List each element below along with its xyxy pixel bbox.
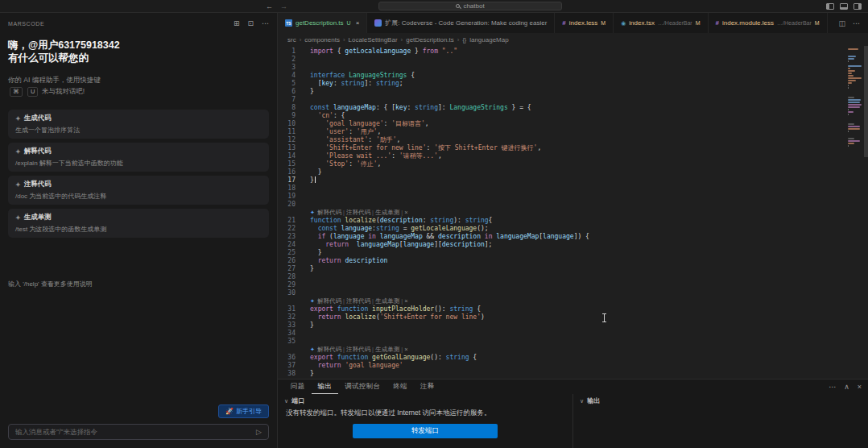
prompt-card[interactable]: ✦注释代码/doc 为当前选中的代码生成注释 [8, 176, 269, 205]
codelens-dismiss-icon[interactable]: × [404, 209, 407, 216]
toggle-secondary-sidebar-icon[interactable] [854, 3, 862, 10]
codelens-action[interactable]: 注释代码 [346, 297, 370, 305]
command-center[interactable]: chatbot [378, 2, 562, 10]
minimap[interactable] [848, 48, 862, 147]
code-line[interactable]: 31export function inputPlaceHolder(): st… [278, 305, 845, 313]
codelens-action[interactable]: 生成单测 [375, 346, 399, 353]
code-line[interactable]: 7 [278, 96, 845, 104]
code-line[interactable]: 17} [278, 176, 845, 185]
toggle-sidebar-icon[interactable] [826, 3, 834, 10]
breadcrumb-item[interactable]: languageMap [469, 36, 508, 44]
code-line[interactable]: 14 'Please wait ...': '请稍等...', [278, 152, 845, 160]
search-icon [456, 4, 460, 8]
codelens-action[interactable]: 生成单测 [375, 209, 399, 216]
codelens-action[interactable]: 注释代码 [346, 346, 370, 353]
line-number: 20 [278, 201, 305, 209]
codelens-action[interactable]: 解释代码 [317, 209, 341, 216]
code-line[interactable]: 24 return languageMap[language][descript… [278, 241, 845, 249]
code-line[interactable]: 19 [278, 193, 845, 201]
code-line[interactable]: 27} [278, 265, 845, 273]
code-line[interactable]: 3 [278, 64, 845, 72]
panel-tab[interactable]: 注释 [414, 380, 441, 394]
code-line[interactable]: 34 [278, 330, 845, 338]
prompt-card[interactable]: ✦解释代码/explain 解释一下当前选中函数的功能 [8, 143, 269, 172]
panel-close-icon[interactable]: × [858, 383, 862, 391]
close-icon[interactable]: × [356, 19, 360, 27]
back-icon[interactable]: ← [266, 2, 273, 10]
output-section-header[interactable]: ∨ 输出 [573, 394, 868, 407]
panel-more-icon[interactable]: ⋯ [829, 383, 836, 391]
code-line[interactable]: 36export function getGoalLanguage(): str… [278, 354, 845, 362]
forward-icon[interactable]: → [280, 2, 287, 10]
panel-maximize-icon[interactable]: ∧ [844, 383, 849, 391]
code-line[interactable]: 11 'user': '用户', [278, 128, 845, 136]
codelens-action[interactable]: 解释代码 [317, 346, 341, 353]
code-line[interactable]: 4interface LanguageStrings { [278, 72, 845, 80]
panel-tab[interactable]: 调试控制台 [338, 380, 386, 394]
editor-tab[interactable]: ◉index.tsx…/HeaderBarM [614, 13, 708, 33]
panel-tab[interactable]: 输出 [312, 380, 339, 394]
code-line[interactable]: 32 return localize('Shift+Enter for new … [278, 313, 845, 321]
code-line[interactable]: 22 const language:string = getLocaleLang… [278, 225, 845, 233]
code-line[interactable]: 23 if (language in languageMap && descri… [278, 233, 845, 241]
chat-input-box[interactable]: ▷ [8, 424, 269, 440]
code-line[interactable]: 13 'Shift+Enter for new line': '按下 Shift… [278, 144, 845, 152]
ports-section-header[interactable]: ∨ 端口 [278, 394, 572, 407]
code-line[interactable]: 21function localize(description: string)… [278, 217, 845, 225]
code-editor[interactable]: 1import { getLocaleLanguage } from ".."2… [278, 46, 868, 379]
code-line[interactable]: 38} [278, 370, 845, 378]
onboarding-button[interactable]: 🚀 新手引导 [218, 404, 269, 418]
more-actions-icon[interactable]: ⋯ [262, 19, 269, 27]
code-line[interactable]: 28 [278, 273, 845, 281]
code-line[interactable]: 6} [278, 88, 845, 96]
code-line[interactable]: 26 return description [278, 257, 845, 265]
code-line[interactable]: 8const languageMap: { [key: string]: Lan… [278, 104, 845, 112]
prompt-card[interactable]: ✦生成单测/test 为这段选中的函数生成单测 [8, 209, 269, 238]
editor-tab[interactable]: 扩展: Codeverse - Code Generation: Make co… [367, 13, 555, 33]
code-line[interactable]: 35 [278, 338, 845, 346]
code-line[interactable]: 30 [278, 289, 845, 297]
send-icon[interactable]: ▷ [256, 428, 262, 436]
code-line[interactable]: 1import { getLocaleLanguage } from ".." [278, 48, 845, 56]
editor-tab[interactable]: #index.lessM [555, 13, 614, 33]
line-number: 31 [278, 305, 305, 313]
forward-port-button[interactable]: 转发端口 [353, 424, 498, 438]
code-line[interactable]: 2 [278, 56, 845, 64]
codelens-action[interactable]: 解释代码 [317, 297, 341, 305]
code-line[interactable]: 18 [278, 185, 845, 193]
breadcrumb-item[interactable]: components [304, 36, 340, 44]
breadcrumb-item[interactable]: src [287, 36, 296, 44]
codelens-action[interactable]: 注释代码 [346, 209, 370, 216]
code-line[interactable]: 9 'cn': { [278, 112, 845, 120]
code-line[interactable]: 25 } [278, 249, 845, 257]
codelens-dismiss-icon[interactable]: × [404, 346, 407, 353]
code-line[interactable]: 37 return 'goal language' [278, 362, 845, 370]
editor-more-icon[interactable]: ⋯ [853, 19, 860, 27]
code-line[interactable]: 29 [278, 281, 845, 289]
scrollbar[interactable] [864, 46, 868, 157]
codelens-dismiss-icon[interactable]: × [404, 297, 407, 305]
chat-input[interactable] [15, 428, 251, 436]
breadcrumb-item[interactable]: LocaleSettingBar [349, 36, 398, 44]
code-line[interactable]: 12 'assistant': '助手', [278, 136, 845, 144]
code-line[interactable]: 10 'goal language': '目标语言', [278, 120, 845, 128]
panel-tab[interactable]: 问题 [284, 380, 312, 394]
code-line[interactable]: 16 } [278, 168, 845, 176]
panel-tab[interactable]: 终端 [386, 380, 414, 394]
split-editor-icon[interactable]: ◫ [838, 19, 845, 27]
tab-dir: …/HeaderBar [658, 20, 692, 26]
new-chat-icon[interactable]: ⊞ [234, 19, 240, 27]
toggle-panel-icon[interactable] [840, 3, 848, 10]
code-line[interactable]: 15 'Stop': '停止', [278, 160, 845, 168]
code-line[interactable]: 33} [278, 321, 845, 330]
code-line[interactable]: 5 [key: string]: string; [278, 80, 845, 88]
codelens-action[interactable]: 生成单测 [375, 297, 399, 305]
breadcrumb-item[interactable]: getDescription.ts [406, 36, 454, 44]
code-line[interactable]: 20 [278, 201, 845, 209]
prompt-card[interactable]: ✦生成代码生成一个冒泡排序算法 [8, 110, 269, 139]
editor-tab[interactable]: TSgetDescription.tsU× [278, 13, 367, 33]
editor-tab[interactable]: #index.module.less…/HeaderBarM [709, 13, 828, 33]
open-in-editor-icon[interactable]: ⊡ [247, 19, 254, 27]
codelens-row: ✦解释代码 | 注释代码 | 生成单测 | × [278, 297, 845, 305]
marscode-icon: ✦ [310, 209, 315, 215]
